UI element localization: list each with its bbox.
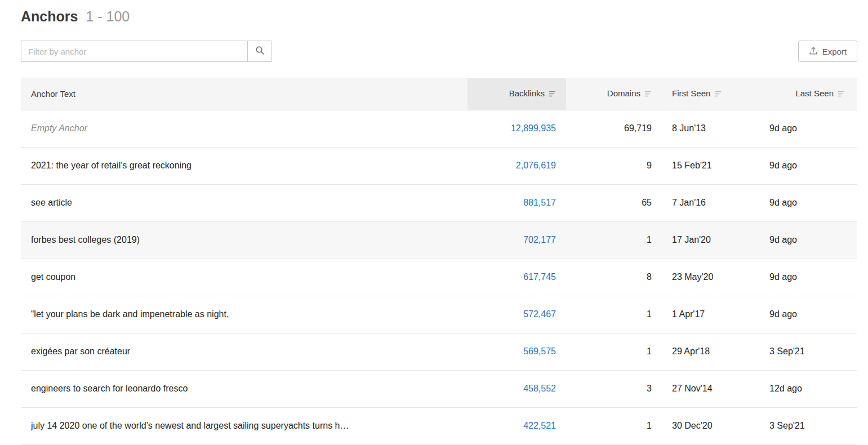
page-range: 1 - 100	[86, 8, 130, 24]
anchor-text: 2021: the year of retail's great reckoni…	[31, 161, 192, 170]
column-header-last-seen[interactable]: Last Seen	[760, 78, 857, 110]
export-button[interactable]: Export	[798, 41, 857, 62]
backlinks-cell: 702,177	[468, 221, 566, 259]
page-title-text: Anchors	[21, 8, 78, 24]
first-seen-cell: 27 Nov'14	[662, 370, 760, 407]
first-seen-cell: 17 Jan'20	[662, 221, 760, 259]
column-header-label: Domains	[607, 88, 640, 98]
filter-group	[21, 41, 272, 62]
anchor-text: july 14 2020 one of the world’s newest a…	[31, 421, 349, 430]
backlinks-cell: 617,745	[468, 259, 566, 296]
export-icon	[809, 46, 818, 57]
first-seen-cell: 7 Jan'16	[662, 184, 760, 221]
anchor-text: exigées par son créateur	[31, 346, 130, 356]
last-seen-cell: 9d ago	[760, 184, 857, 221]
anchor-text-cell: get coupon	[21, 259, 468, 296]
backlinks-link[interactable]: 458,552	[523, 384, 556, 393]
first-seen-cell: 23 May'20	[662, 259, 760, 296]
sort-icon	[644, 89, 652, 99]
domains-cell: 65	[566, 184, 662, 221]
sort-icon	[549, 89, 556, 99]
backlinks-link[interactable]: 569,575	[523, 346, 556, 356]
backlinks-cell: 422,521	[468, 407, 566, 444]
backlinks-link[interactable]: 702,177	[523, 235, 556, 244]
backlinks-link[interactable]: 12,899,935	[511, 123, 556, 133]
last-seen-cell: 9d ago	[760, 259, 857, 296]
backlinks-cell: 2,076,619	[468, 147, 566, 184]
column-header-label: First Seen	[672, 88, 710, 98]
filter-input[interactable]	[21, 41, 248, 62]
column-header-label: Anchor Text	[31, 89, 75, 99]
last-seen-cell: 3 Sep'21	[760, 407, 857, 444]
backlinks-cell: 12,899,935	[468, 110, 566, 147]
anchors-page: Anchors 1 - 100	[0, 0, 868, 445]
first-seen-cell: 30 Dec'20	[662, 407, 760, 444]
column-header-backlinks[interactable]: Backlinks	[468, 78, 566, 110]
anchors-table: Anchor Text Backlinks Domains First Seen…	[21, 78, 857, 445]
table-row[interactable]: 2021: the year of retail's great reckoni…	[21, 147, 857, 184]
backlinks-link[interactable]: 422,521	[523, 421, 556, 430]
last-seen-cell: 9d ago	[760, 110, 857, 147]
table-row[interactable]: exigées par son créateur 569,575 1 29 Ap…	[21, 333, 857, 370]
last-seen-cell: 9d ago	[760, 147, 857, 184]
sort-icon	[714, 89, 722, 99]
column-header-label: Backlinks	[509, 88, 545, 98]
table-row[interactable]: july 14 2020 one of the world’s newest a…	[21, 407, 857, 444]
anchor-text: “let your plans be dark and impenetrable…	[31, 309, 229, 319]
column-header-first-seen[interactable]: First Seen	[662, 78, 760, 110]
anchor-text-cell: engineers to search for leonardo fresco	[21, 370, 468, 407]
anchor-text: engineers to search for leonardo fresco	[31, 384, 188, 393]
table-row[interactable]: forbes best colleges (2019) 702,177 1 17…	[21, 221, 857, 259]
table-row[interactable]: engineers to search for leonardo fresco …	[21, 370, 857, 407]
domains-cell: 1	[566, 407, 662, 444]
domains-cell: 1	[566, 296, 662, 333]
table-body: Empty Anchor 12,899,935 69,719 8 Jun'13 …	[21, 110, 857, 444]
anchor-text-cell: exigées par son créateur	[21, 333, 468, 370]
table-row[interactable]: Empty Anchor 12,899,935 69,719 8 Jun'13 …	[21, 110, 857, 147]
backlinks-cell: 572,467	[468, 296, 566, 333]
page-header: Anchors 1 - 100	[21, 8, 857, 25]
domains-cell: 8	[566, 259, 662, 296]
backlinks-link[interactable]: 617,745	[523, 272, 556, 282]
search-icon	[255, 46, 265, 57]
backlinks-link[interactable]: 572,467	[523, 309, 556, 319]
domains-cell: 69,719	[566, 110, 662, 147]
backlinks-cell: 881,517	[468, 184, 566, 221]
anchor-text: get coupon	[31, 272, 75, 282]
export-button-label: Export	[822, 47, 847, 56]
domains-cell: 1	[566, 333, 662, 370]
domains-cell: 9	[566, 147, 662, 184]
sort-icon	[838, 89, 845, 99]
first-seen-cell: 29 Apr'18	[662, 333, 760, 370]
backlinks-cell: 458,552	[468, 370, 566, 407]
anchor-text-cell: Empty Anchor	[21, 110, 468, 147]
first-seen-cell: 8 Jun'13	[662, 110, 760, 147]
anchor-text: Empty Anchor	[31, 123, 87, 133]
first-seen-cell: 15 Feb'21	[662, 147, 760, 184]
column-header-anchor-text: Anchor Text	[21, 78, 468, 110]
anchor-text: forbes best colleges (2019)	[31, 235, 140, 244]
domains-cell: 1	[566, 221, 662, 259]
anchor-text: see article	[31, 198, 72, 207]
column-header-domains[interactable]: Domains	[566, 78, 662, 110]
anchor-text-cell: 2021: the year of retail's great reckoni…	[21, 147, 468, 184]
anchor-text-cell: forbes best colleges (2019)	[21, 221, 468, 259]
anchor-text-cell: july 14 2020 one of the world’s newest a…	[21, 407, 468, 444]
last-seen-cell: 12d ago	[760, 370, 857, 407]
column-header-label: Last Seen	[795, 88, 834, 98]
toolbar: Export	[21, 41, 857, 62]
search-button[interactable]	[248, 41, 272, 62]
table-row[interactable]: get coupon 617,745 8 23 May'20 9d ago	[21, 259, 857, 296]
anchor-text-cell: see article	[21, 184, 468, 221]
anchor-text-cell: “let your plans be dark and impenetrable…	[21, 296, 468, 333]
last-seen-cell: 9d ago	[760, 221, 857, 259]
table-row[interactable]: see article 881,517 65 7 Jan'16 9d ago	[21, 184, 857, 221]
table-header: Anchor Text Backlinks Domains First Seen…	[21, 78, 857, 110]
backlinks-cell: 569,575	[468, 333, 566, 370]
backlinks-link[interactable]: 881,517	[523, 198, 556, 207]
backlinks-link[interactable]: 2,076,619	[516, 161, 556, 170]
last-seen-cell: 3 Sep'21	[760, 333, 857, 370]
table-row[interactable]: “let your plans be dark and impenetrable…	[21, 296, 857, 333]
last-seen-cell: 9d ago	[760, 296, 857, 333]
domains-cell: 3	[566, 370, 662, 407]
